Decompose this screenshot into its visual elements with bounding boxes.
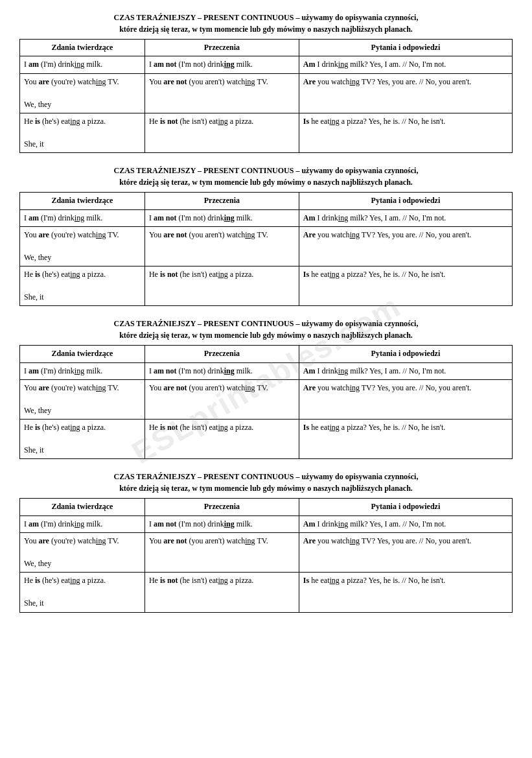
questions-cell: Is he eating a pizza? Yes, he is. // No,… [299, 113, 512, 152]
questions-cell: Am I drinking milk? Yes, I am. // No, I'… [299, 362, 512, 379]
section-title: CZAS TERAŹNIEJSZY – PRESENT CONTINUOUS –… [19, 318, 513, 341]
table-header-row: Zdania twierdzące Przeczenia Pytania i o… [20, 499, 513, 515]
affirmative-cell: He is (he's) eating a pizza.She, it [20, 573, 145, 612]
section-title: CZAS TERAŹNIEJSZY – PRESENT CONTINUOUS –… [19, 165, 513, 188]
negative-cell: He is not (he isn't) eating a pizza. [145, 266, 299, 306]
affirmative-cell: You are (you're) watching TV.We, they [20, 380, 145, 420]
col-header-negative: Przeczenia [145, 499, 299, 515]
affirmative-cell: I am (I'm) drinking milk. [20, 515, 145, 532]
col-header-questions: Pytania i odpowiedzi [299, 346, 512, 362]
questions-cell: Are you watching TV? Yes, you are. // No… [299, 226, 512, 266]
questions-cell: Are you watching TV? Yes, you are. // No… [299, 533, 512, 573]
affirmative-cell: I am (I'm) drinking milk. [20, 209, 145, 226]
questions-cell: Are you watching TV? Yes, you are. // No… [299, 380, 512, 420]
table-row: I am (I'm) drinking milk. I am not (I'm … [20, 362, 513, 379]
negative-cell: He is not (he isn't) eating a pizza. [145, 420, 299, 459]
grammar-table: Zdania twierdzące Przeczenia Pytania i o… [19, 498, 513, 612]
negative-cell: I am not (I'm not) drinking milk. [145, 209, 299, 226]
table-row: I am (I'm) drinking milk. I am not (I'm … [20, 56, 513, 73]
affirmative-cell: You are (you're) watching TV.We, they [20, 226, 145, 266]
negative-cell: I am not (I'm not) drinking milk. [145, 362, 299, 379]
grammar-section: CZAS TERAŹNIEJSZY – PRESENT CONTINUOUS –… [19, 471, 513, 612]
questions-cell: Are you watching TV? Yes, you are. // No… [299, 73, 512, 113]
table-row: You are (you're) watching TV.We, they Yo… [20, 533, 513, 573]
col-header-affirmative: Zdania twierdzące [20, 40, 145, 56]
affirmative-cell: You are (you're) watching TV.We, they [20, 73, 145, 113]
section-title: CZAS TERAŹNIEJSZY – PRESENT CONTINUOUS –… [19, 12, 513, 35]
questions-cell: Am I drinking milk? Yes, I am. // No, I'… [299, 209, 512, 226]
questions-cell: Is he eating a pizza? Yes, he is. // No,… [299, 420, 512, 459]
title-bold: CZAS TERAŹNIEJSZY – PRESENT CONTINUOUS –… [114, 13, 419, 22]
col-header-questions: Pytania i odpowiedzi [299, 40, 512, 56]
negative-cell: I am not (I'm not) drinking milk. [145, 515, 299, 532]
affirmative-cell: He is (he's) eating a pizza.She, it [20, 113, 145, 152]
negative-cell: He is not (he isn't) eating a pizza. [145, 113, 299, 152]
title-bold2: które dzieją się teraz, w tym momencie l… [119, 484, 413, 493]
table-row: You are (you're) watching TV.We, they Yo… [20, 226, 513, 266]
questions-cell: Am I drinking milk? Yes, I am. // No, I'… [299, 56, 512, 73]
grammar-section: CZAS TERAŹNIEJSZY – PRESENT CONTINUOUS –… [19, 165, 513, 306]
table-row: He is (he's) eating a pizza.She, it He i… [20, 266, 513, 306]
table-row: He is (he's) eating a pizza.She, it He i… [20, 573, 513, 612]
title-bold2: które dzieją się teraz, w tym momencie l… [119, 178, 413, 187]
affirmative-cell: You are (you're) watching TV.We, they [20, 533, 145, 573]
negative-cell: I am not (I'm not) drinking milk. [145, 56, 299, 73]
title-bold: CZAS TERAŹNIEJSZY – PRESENT CONTINUOUS –… [114, 472, 419, 481]
title-bold2: które dzieją się teraz, w tym momencie l… [119, 331, 413, 340]
section-title: CZAS TERAŹNIEJSZY – PRESENT CONTINUOUS –… [19, 471, 513, 494]
table-row: You are (you're) watching TV.We, they Yo… [20, 380, 513, 420]
col-header-questions: Pytania i odpowiedzi [299, 499, 512, 515]
affirmative-cell: I am (I'm) drinking milk. [20, 362, 145, 379]
negative-cell: You are not (you aren't) watching TV. [145, 380, 299, 420]
table-row: I am (I'm) drinking milk. I am not (I'm … [20, 515, 513, 532]
title-bold2: które dzieją się teraz, w tym momencie l… [119, 25, 413, 34]
affirmative-cell: He is (he's) eating a pizza.She, it [20, 420, 145, 459]
negative-cell: You are not (you aren't) watching TV. [145, 73, 299, 113]
col-header-affirmative: Zdania twierdzące [20, 193, 145, 209]
table-row: You are (you're) watching TV.We, they Yo… [20, 73, 513, 113]
affirmative-cell: He is (he's) eating a pizza.She, it [20, 266, 145, 306]
grammar-table: Zdania twierdzące Przeczenia Pytania i o… [19, 192, 513, 306]
col-header-affirmative: Zdania twierdzące [20, 499, 145, 515]
col-header-negative: Przeczenia [145, 40, 299, 56]
questions-cell: Is he eating a pizza? Yes, he is. // No,… [299, 573, 512, 612]
table-header-row: Zdania twierdzące Przeczenia Pytania i o… [20, 40, 513, 56]
negative-cell: He is not (he isn't) eating a pizza. [145, 573, 299, 612]
grammar-table: Zdania twierdzące Przeczenia Pytania i o… [19, 345, 513, 459]
table-row: I am (I'm) drinking milk. I am not (I'm … [20, 209, 513, 226]
col-header-negative: Przeczenia [145, 346, 299, 362]
table-row: He is (he's) eating a pizza.She, it He i… [20, 113, 513, 152]
title-bold: CZAS TERAŹNIEJSZY – PRESENT CONTINUOUS –… [114, 166, 419, 175]
affirmative-cell: I am (I'm) drinking milk. [20, 56, 145, 73]
table-header-row: Zdania twierdzące Przeczenia Pytania i o… [20, 193, 513, 209]
title-bold: CZAS TERAŹNIEJSZY – PRESENT CONTINUOUS –… [114, 319, 419, 328]
negative-cell: You are not (you aren't) watching TV. [145, 533, 299, 573]
col-header-affirmative: Zdania twierdzące [20, 346, 145, 362]
questions-cell: Am I drinking milk? Yes, I am. // No, I'… [299, 515, 512, 532]
grammar-section: CZAS TERAŹNIEJSZY – PRESENT CONTINUOUS –… [19, 318, 513, 459]
col-header-questions: Pytania i odpowiedzi [299, 193, 512, 209]
table-row: He is (he's) eating a pizza.She, it He i… [20, 420, 513, 459]
grammar-section: CZAS TERAŹNIEJSZY – PRESENT CONTINUOUS –… [19, 12, 513, 153]
negative-cell: You are not (you aren't) watching TV. [145, 226, 299, 266]
grammar-table: Zdania twierdzące Przeczenia Pytania i o… [19, 39, 513, 153]
questions-cell: Is he eating a pizza? Yes, he is. // No,… [299, 266, 512, 306]
table-header-row: Zdania twierdzące Przeczenia Pytania i o… [20, 346, 513, 362]
col-header-negative: Przeczenia [145, 193, 299, 209]
